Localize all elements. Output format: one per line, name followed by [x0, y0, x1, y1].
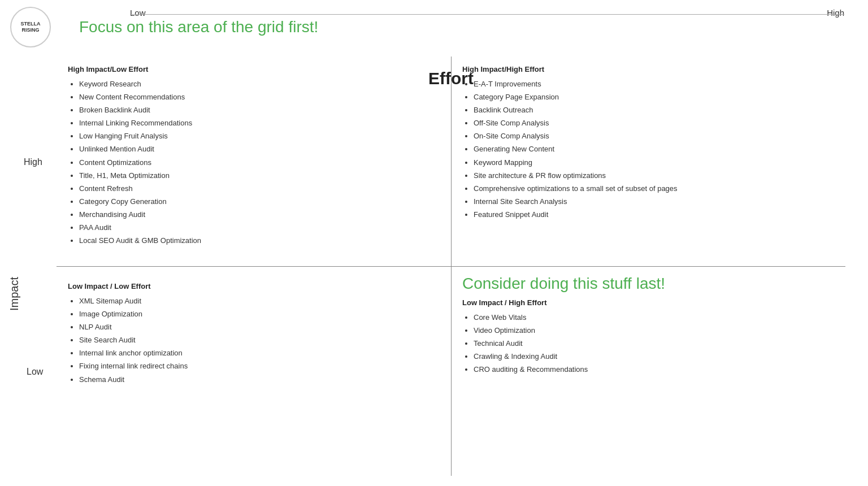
list-item: E-A-T Improvements: [474, 78, 834, 90]
list-item: Backlink Outreach: [474, 104, 834, 116]
list-item: Site Search Audit: [79, 334, 440, 346]
logo: STELLA RISING: [10, 7, 51, 47]
list-item: Featured Snippet Audit: [474, 209, 834, 221]
list-item: Broken Backlink Audit: [79, 104, 440, 116]
quadrant-top-left-list: Keyword Research New Content Recommendat…: [68, 78, 440, 247]
quadrant-top-right-list: E-A-T Improvements Category Page Expansi…: [462, 78, 834, 221]
list-item: On-Site Comp Analysis: [474, 130, 834, 142]
list-item: Low Hanging Fruit Analysis: [79, 130, 440, 142]
page-container: STELLA RISING Low High Focus on this are…: [0, 0, 868, 486]
list-item: Keyword Mapping: [474, 157, 834, 169]
list-item: Content Optimizations: [79, 157, 440, 169]
list-item: Off-Site Comp Analysis: [474, 117, 834, 129]
top-line: [130, 14, 844, 15]
list-item: Content Refresh: [79, 183, 440, 195]
list-item: Internal link anchor optimization: [79, 347, 440, 359]
quadrant-bottom-left: Low Impact / Low Effort XML Sitemap Audi…: [57, 266, 451, 476]
list-item: Schema Audit: [79, 374, 440, 386]
effort-high-label: High: [827, 8, 844, 18]
effort-low-label: Low: [130, 8, 146, 18]
impact-axis-label: Impact: [8, 277, 21, 311]
logo-text: STELLA RISING: [21, 21, 41, 33]
list-item: Internal Linking Recommendations: [79, 117, 440, 129]
list-item: Image Optimization: [79, 308, 440, 320]
list-item: NLP Audit: [79, 321, 440, 333]
list-item: Internal Site Search Analysis: [474, 196, 834, 208]
list-item: Fixing internal link redirect chains: [79, 360, 440, 372]
quadrant-top-left: High Impact/Low Effort Keyword Research …: [57, 57, 451, 266]
list-item: Generating New Content: [474, 143, 834, 155]
quadrant-bottom-right: Consider doing this stuff last! Low Impa…: [451, 266, 845, 476]
list-item: Category Copy Generation: [79, 196, 440, 208]
list-item: Video Optimization: [474, 324, 834, 337]
list-item: Local SEO Audit & GMB Optimization: [79, 235, 440, 247]
list-item: Title, H1, Meta Optimization: [79, 170, 440, 182]
list-item: New Content Recommendations: [79, 91, 440, 103]
list-item: Category Page Expansion: [474, 91, 834, 103]
list-item: Unlinked Mention Audit: [79, 143, 440, 155]
quadrant-top-right-title: High Impact/High Effort: [462, 65, 834, 73]
impact-low-label: Low: [27, 367, 43, 377]
quadrant-bottom-right-title: Low Impact / High Effort: [462, 298, 834, 307]
quadrant-top-right: High Impact/High Effort E-A-T Improvemen…: [451, 57, 845, 266]
consider-title: Consider doing this stuff last!: [462, 275, 834, 293]
list-item: PAA Audit: [79, 222, 440, 234]
impact-high-label: High: [24, 157, 42, 167]
list-item: Keyword Research: [79, 78, 440, 90]
list-item: Technical Audit: [474, 337, 834, 350]
list-item: Comprehensive optimizations to a small s…: [474, 183, 834, 195]
list-item: Site architecture & PR flow optimization…: [474, 170, 834, 182]
quadrant-bottom-right-list: Core Web Vitals Video Optimization Techn…: [462, 311, 834, 376]
quadrant-bottom-left-list: XML Sitemap Audit Image Optimization NLP…: [68, 295, 440, 386]
list-item: Crawling & Indexing Audit: [474, 350, 834, 363]
effort-center-label: Effort: [428, 69, 474, 88]
list-item: CRO auditing & Recommendations: [474, 363, 834, 376]
quadrant-bottom-left-title: Low Impact / Low Effort: [68, 282, 440, 290]
list-item: Merchandising Audit: [79, 209, 440, 221]
list-item: XML Sitemap Audit: [79, 295, 440, 307]
quadrant-top-left-title: High Impact/Low Effort: [68, 65, 440, 73]
grid-container: Effort High Low High Impact/Low Effort K…: [57, 57, 845, 476]
focus-title: Focus on this area of the grid first!: [79, 18, 318, 36]
list-item: Core Web Vitals: [474, 311, 834, 324]
